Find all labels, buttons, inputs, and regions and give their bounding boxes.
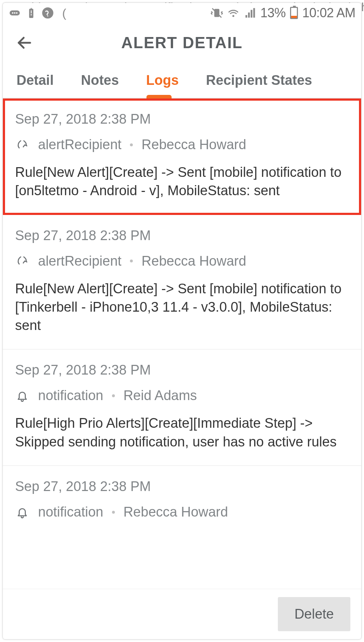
log-message: Rule[New Alert][Create] -> Sent [mobile]… [15, 280, 349, 335]
log-entry[interactable]: Sep 27, 2018 2:38 PM alertRecipient Rebe… [3, 215, 361, 350]
battery-alert-icon [25, 7, 37, 19]
vibrate-icon [211, 7, 223, 19]
status-bar: ( 13% 10:02 AM [3, 3, 361, 23]
dnd-icon [42, 7, 54, 19]
log-timestamp: Sep 27, 2018 2:38 PM [15, 228, 349, 243]
log-type: notification [38, 504, 103, 520]
log-entry[interactable]: Sep 27, 2018 2:38 PM notification Reid A… [3, 349, 361, 466]
logs-list[interactable]: Sep 27, 2018 2:38 PM alertRecipient Rebe… [3, 98, 361, 589]
log-entry[interactable]: Sep 27, 2018 2:38 PM notification Rebecc… [3, 466, 361, 534]
svg-point-3 [16, 12, 18, 14]
bell-icon [15, 389, 29, 403]
tab-detail[interactable]: Detail [3, 63, 67, 98]
separator-dot [112, 511, 115, 514]
log-message: Rule[New Alert][Create] -> Sent [mobile]… [15, 163, 349, 200]
log-type: alertRecipient [38, 137, 121, 152]
log-meta: notification Rebecca Howard [15, 504, 349, 520]
separator-dot [112, 394, 115, 397]
page-title: ALERT DETAIL [14, 34, 350, 52]
app-screen: ( 13% 10:02 AM ALERT DETAIL Detail Notes… [3, 3, 361, 639]
log-user: Rebecca Howard [141, 137, 246, 152]
status-bar-left: ( [9, 7, 70, 19]
separator-dot [130, 143, 133, 146]
delete-button[interactable]: Delete [278, 597, 350, 631]
log-type: notification [38, 388, 103, 403]
log-timestamp: Sep 27, 2018 2:38 PM [15, 479, 349, 494]
log-message: Rule[High Prio Alerts][Create][Immediate… [15, 414, 349, 451]
svg-point-1 [12, 12, 13, 14]
tab-recipient-states[interactable]: Recipient States [192, 63, 326, 98]
log-user: Rebecca Howard [123, 504, 228, 520]
signal-icon [244, 7, 256, 19]
tab-logs[interactable]: Logs [132, 63, 192, 98]
log-type: alertRecipient [38, 253, 121, 269]
paren-icon: ( [58, 7, 70, 19]
recipient-icon [15, 254, 29, 268]
separator-dot [130, 260, 133, 262]
active-tab-indicator [146, 95, 172, 98]
tab-notes[interactable]: Notes [67, 63, 132, 98]
clock: 10:02 AM [302, 5, 355, 20]
log-meta: alertRecipient Rebecca Howard [15, 137, 349, 152]
log-user: Reid Adams [123, 388, 197, 403]
svg-point-2 [14, 12, 15, 14]
battery-icon [290, 7, 298, 19]
wifi-icon [227, 7, 239, 19]
log-meta: notification Reid Adams [15, 388, 349, 403]
footer-bar: Delete [3, 589, 361, 639]
log-timestamp: Sep 27, 2018 2:38 PM [15, 362, 349, 378]
log-timestamp: Sep 27, 2018 2:38 PM [15, 111, 349, 127]
app-header: ALERT DETAIL [3, 23, 361, 63]
log-entry[interactable]: Sep 27, 2018 2:38 PM alertRecipient Rebe… [3, 98, 361, 215]
more-icon [9, 7, 21, 19]
battery-percent: 13% [260, 5, 286, 20]
log-user: Rebecca Howard [141, 253, 246, 269]
tab-bar: Detail Notes Logs Recipient States [3, 63, 361, 98]
recipient-icon [15, 138, 29, 152]
bell-icon [15, 505, 29, 519]
log-meta: alertRecipient Rebecca Howard [15, 253, 349, 269]
status-bar-right: 13% 10:02 AM [211, 5, 355, 20]
